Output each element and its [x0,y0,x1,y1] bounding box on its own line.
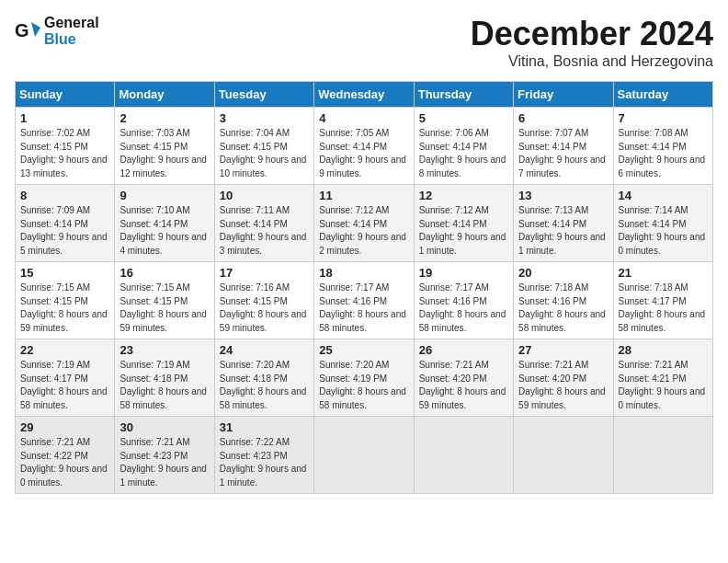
calendar-cell: 8Sunrise: 7:09 AM Sunset: 4:14 PM Daylig… [16,185,115,262]
month-title: December 2024 [471,15,713,53]
day-info: Sunrise: 7:22 AM Sunset: 4:23 PM Dayligh… [220,436,309,489]
day-info: Sunrise: 7:06 AM Sunset: 4:14 PM Dayligh… [419,127,508,180]
day-number: 15 [20,266,109,280]
logo-icon: G [15,18,40,44]
day-info: Sunrise: 7:15 AM Sunset: 4:15 PM Dayligh… [119,282,209,335]
week-row-1: 1Sunrise: 7:02 AM Sunset: 4:15 PM Daylig… [16,108,713,185]
day-number: 7 [619,111,708,125]
calendar-cell: 11Sunrise: 7:12 AM Sunset: 4:14 PM Dayli… [314,185,414,262]
day-info: Sunrise: 7:20 AM Sunset: 4:19 PM Dayligh… [319,359,408,412]
day-info: Sunrise: 7:12 AM Sunset: 4:14 PM Dayligh… [319,204,408,258]
day-info: Sunrise: 7:21 AM Sunset: 4:23 PM Dayligh… [119,436,209,489]
weekday-header-sunday: Sunday [16,82,115,108]
calendar-cell: 6Sunrise: 7:07 AM Sunset: 4:14 PM Daylig… [514,108,613,185]
day-number: 19 [419,266,508,280]
day-info: Sunrise: 7:15 AM Sunset: 4:15 PM Dayligh… [20,282,109,335]
day-number: 3 [220,111,309,125]
day-number: 18 [319,266,408,280]
day-info: Sunrise: 7:17 AM Sunset: 4:16 PM Dayligh… [319,282,408,335]
header: G General Blue December 2024 Vitina, Bos… [15,15,713,70]
day-info: Sunrise: 7:14 AM Sunset: 4:14 PM Dayligh… [619,204,708,258]
day-info: Sunrise: 7:21 AM Sunset: 4:22 PM Dayligh… [20,436,109,489]
weekday-header-friday: Friday [514,82,613,108]
calendar-cell: 22Sunrise: 7:19 AM Sunset: 4:17 PM Dayli… [16,339,115,417]
calendar-cell: 16Sunrise: 7:15 AM Sunset: 4:15 PM Dayli… [115,262,214,339]
week-row-4: 22Sunrise: 7:19 AM Sunset: 4:17 PM Dayli… [16,339,713,417]
day-number: 1 [20,111,109,125]
day-info: Sunrise: 7:17 AM Sunset: 4:16 PM Dayligh… [419,282,508,335]
logo-text: General Blue [44,15,99,47]
calendar-cell: 14Sunrise: 7:14 AM Sunset: 4:14 PM Dayli… [613,185,712,262]
day-number: 23 [119,343,209,357]
day-number: 6 [518,111,608,125]
calendar-cell: 21Sunrise: 7:18 AM Sunset: 4:17 PM Dayli… [613,262,712,339]
calendar-cell: 27Sunrise: 7:21 AM Sunset: 4:20 PM Dayli… [514,339,613,417]
day-info: Sunrise: 7:09 AM Sunset: 4:14 PM Dayligh… [20,204,109,258]
day-number: 17 [220,266,309,280]
calendar-cell [314,417,414,494]
calendar-cell: 7Sunrise: 7:08 AM Sunset: 4:14 PM Daylig… [613,108,712,185]
day-number: 2 [119,111,209,125]
calendar-cell: 18Sunrise: 7:17 AM Sunset: 4:16 PM Dayli… [314,262,414,339]
weekday-header-row: SundayMondayTuesdayWednesdayThursdayFrid… [16,82,713,108]
logo: G General Blue [15,15,99,47]
weekday-header-saturday: Saturday [613,82,712,108]
weekday-header-thursday: Thursday [414,82,513,108]
calendar-cell: 23Sunrise: 7:19 AM Sunset: 4:18 PM Dayli… [115,339,214,417]
calendar-cell: 1Sunrise: 7:02 AM Sunset: 4:15 PM Daylig… [16,108,115,185]
calendar-body: 1Sunrise: 7:02 AM Sunset: 4:15 PM Daylig… [16,108,713,494]
day-info: Sunrise: 7:11 AM Sunset: 4:14 PM Dayligh… [220,204,309,258]
week-row-3: 15Sunrise: 7:15 AM Sunset: 4:15 PM Dayli… [16,262,713,339]
calendar-cell: 25Sunrise: 7:20 AM Sunset: 4:19 PM Dayli… [314,339,414,417]
day-number: 26 [419,343,508,357]
day-number: 21 [619,266,708,280]
day-info: Sunrise: 7:07 AM Sunset: 4:14 PM Dayligh… [518,127,608,180]
day-info: Sunrise: 7:16 AM Sunset: 4:15 PM Dayligh… [220,282,309,335]
day-number: 22 [20,343,109,357]
day-number: 16 [119,266,209,280]
day-info: Sunrise: 7:04 AM Sunset: 4:15 PM Dayligh… [220,127,309,180]
day-number: 31 [220,420,309,434]
calendar-cell: 31Sunrise: 7:22 AM Sunset: 4:23 PM Dayli… [214,417,313,494]
title-area: December 2024 Vitina, Bosnia and Herzego… [471,15,713,70]
day-info: Sunrise: 7:02 AM Sunset: 4:15 PM Dayligh… [20,127,109,180]
calendar-cell: 5Sunrise: 7:06 AM Sunset: 4:14 PM Daylig… [414,108,513,185]
day-number: 28 [619,343,708,357]
week-row-5: 29Sunrise: 7:21 AM Sunset: 4:22 PM Dayli… [16,417,713,494]
svg-marker-1 [31,22,40,37]
day-number: 29 [20,420,109,434]
calendar-cell [414,417,513,494]
day-info: Sunrise: 7:18 AM Sunset: 4:17 PM Dayligh… [619,282,708,335]
week-row-2: 8Sunrise: 7:09 AM Sunset: 4:14 PM Daylig… [16,185,713,262]
calendar-cell: 15Sunrise: 7:15 AM Sunset: 4:15 PM Dayli… [16,262,115,339]
day-number: 25 [319,343,408,357]
calendar-cell: 9Sunrise: 7:10 AM Sunset: 4:14 PM Daylig… [115,185,214,262]
day-info: Sunrise: 7:21 AM Sunset: 4:20 PM Dayligh… [419,359,508,412]
day-info: Sunrise: 7:05 AM Sunset: 4:14 PM Dayligh… [319,127,408,180]
calendar-cell: 2Sunrise: 7:03 AM Sunset: 4:15 PM Daylig… [115,108,214,185]
weekday-header-monday: Monday [115,82,214,108]
day-number: 12 [419,189,508,202]
calendar-table: SundayMondayTuesdayWednesdayThursdayFrid… [15,81,713,494]
day-number: 13 [518,189,608,202]
day-number: 14 [619,189,708,202]
weekday-header-wednesday: Wednesday [314,82,414,108]
calendar-cell: 30Sunrise: 7:21 AM Sunset: 4:23 PM Dayli… [115,417,214,494]
location-title: Vitina, Bosnia and Herzegovina [471,53,713,70]
calendar-cell [613,417,712,494]
day-number: 8 [20,189,109,202]
day-number: 10 [220,189,309,202]
day-info: Sunrise: 7:19 AM Sunset: 4:18 PM Dayligh… [119,359,209,412]
calendar-cell: 13Sunrise: 7:13 AM Sunset: 4:14 PM Dayli… [514,185,613,262]
day-number: 9 [119,189,209,202]
day-info: Sunrise: 7:12 AM Sunset: 4:14 PM Dayligh… [419,204,508,258]
day-info: Sunrise: 7:21 AM Sunset: 4:21 PM Dayligh… [619,359,708,412]
calendar-cell: 29Sunrise: 7:21 AM Sunset: 4:22 PM Dayli… [16,417,115,494]
day-info: Sunrise: 7:20 AM Sunset: 4:18 PM Dayligh… [220,359,309,412]
calendar-cell: 26Sunrise: 7:21 AM Sunset: 4:20 PM Dayli… [414,339,513,417]
weekday-header-tuesday: Tuesday [214,82,313,108]
day-info: Sunrise: 7:19 AM Sunset: 4:17 PM Dayligh… [20,359,109,412]
day-number: 27 [518,343,608,357]
day-info: Sunrise: 7:08 AM Sunset: 4:14 PM Dayligh… [619,127,708,180]
day-number: 4 [319,111,408,125]
